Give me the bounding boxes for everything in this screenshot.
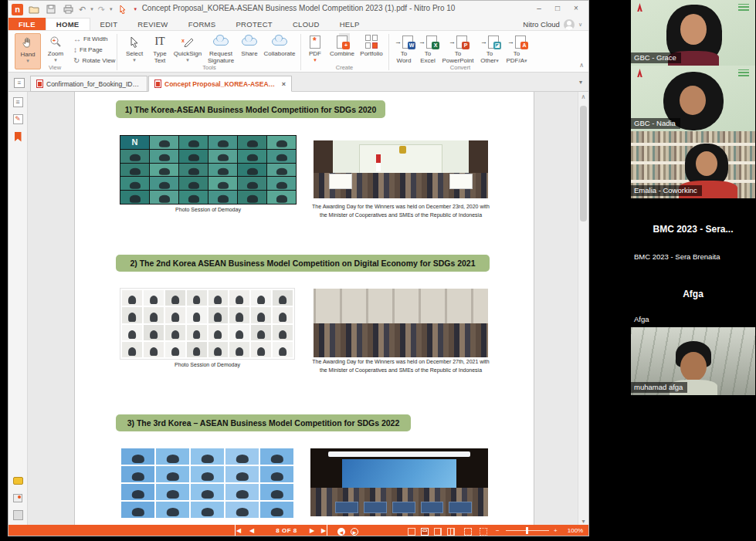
- next-page-button[interactable]: ▶: [310, 525, 314, 536]
- doc-tab-confirmation[interactable]: Confirmation_for_Booking_ID_#_101...: [30, 76, 147, 92]
- undo-dropdown-icon[interactable]: ▾: [90, 6, 93, 12]
- video-tile-muhamad-afga[interactable]: muhamad afga: [631, 327, 755, 395]
- menu-cloud[interactable]: CLOUD: [283, 18, 330, 30]
- menu-edit[interactable]: EDIT: [90, 18, 128, 30]
- video-thumbnail: [273, 290, 293, 306]
- portfolio-button[interactable]: Portfolio: [358, 33, 385, 57]
- to-excel-button[interactable]: → X To Excel: [417, 33, 439, 64]
- share-button[interactable]: Share: [239, 33, 259, 57]
- to-pdfa-button[interactable]: → A To PDF/A▾: [504, 33, 529, 64]
- stage-banner: [328, 451, 470, 458]
- fit-width-button[interactable]: ↔ Fit Width: [73, 34, 108, 44]
- tab-list-dropdown-icon[interactable]: ▾: [579, 79, 582, 86]
- first-page-button[interactable]: ◀: [235, 525, 241, 536]
- attachments-panel-icon[interactable]: [12, 492, 23, 503]
- cloud-collaborate-icon: [272, 33, 287, 50]
- menu-forms[interactable]: FORMS: [178, 18, 226, 30]
- to-word-button[interactable]: → W To Word: [393, 33, 415, 64]
- select-button[interactable]: Select ▾: [122, 33, 147, 63]
- video-tile-sera[interactable]: BMC 2023 - Sera... BMC 2023 - Sera Brena…: [631, 198, 755, 265]
- zoom-slider-thumb[interactable]: [526, 527, 528, 534]
- zoom-tool-button[interactable]: + Zoom ▾: [44, 33, 67, 63]
- type-text-button[interactable]: IT Type Text: [149, 33, 171, 64]
- video-thumbnail: [267, 164, 296, 177]
- maximize-button[interactable]: □: [548, 1, 567, 16]
- sidebar-toggle-icon[interactable]: ≡: [14, 78, 25, 88]
- scrollbar-thumb[interactable]: [580, 106, 587, 221]
- menu-file[interactable]: FILE: [8, 18, 46, 30]
- video-thumbnail: [191, 502, 224, 518]
- business-center-logo-icon: [738, 69, 749, 76]
- view-facing-icon[interactable]: [434, 526, 442, 537]
- undo-icon[interactable]: ↶: [79, 5, 86, 15]
- next-view-button[interactable]: ▶: [351, 526, 358, 537]
- signatures-panel-icon[interactable]: ✎: [12, 113, 23, 124]
- portfolio-pages-icon: [365, 33, 378, 50]
- redo-dropdown-icon[interactable]: ▾: [110, 6, 113, 12]
- qat-customize-icon[interactable]: ▾: [134, 6, 137, 12]
- left-panel-strip: ≡ ✎: [8, 92, 28, 526]
- quicksign-button[interactable]: x QuickSign ▾: [173, 33, 202, 63]
- view-group-label: View: [32, 64, 78, 71]
- to-powerpoint-button[interactable]: → P To PowerPoint: [440, 33, 476, 64]
- nitro-logo-icon[interactable]: n: [12, 4, 23, 15]
- doc-tab-concept-proposal[interactable]: Concept Proposal_KOREA-ASEAN Busi... ×: [148, 76, 292, 92]
- comments-panel-icon[interactable]: [12, 475, 23, 486]
- video-tile-emalia[interactable]: Emalia - Coworkinc: [631, 131, 755, 198]
- zoom-out-button[interactable]: −: [496, 525, 500, 536]
- create-pdf-button[interactable]: * PDF ▾: [305, 33, 325, 63]
- print-icon[interactable]: [62, 3, 74, 15]
- zoom-in-button[interactable]: +: [554, 525, 558, 536]
- video-thumbnail: [273, 325, 293, 340]
- ribbon-collapse-icon[interactable]: ∧: [579, 62, 584, 69]
- garuda-emblem: [399, 146, 406, 154]
- business-center-logo-icon: [738, 4, 749, 11]
- person-face: [680, 14, 707, 45]
- select-tool-icon[interactable]: [117, 3, 129, 15]
- video-thumbnail: [144, 325, 164, 340]
- scroll-down-icon[interactable]: ▾: [578, 518, 588, 525]
- view-single-page-icon[interactable]: [408, 526, 415, 537]
- bookmarks-panel-icon[interactable]: [12, 131, 23, 142]
- collaborate-button[interactable]: Collaborate: [262, 33, 297, 57]
- combine-button[interactable]: + Combine: [328, 33, 356, 57]
- layers-panel-icon[interactable]: [12, 509, 23, 520]
- to-other-button[interactable]: → ◪ To Other▾: [477, 33, 502, 64]
- previous-view-button[interactable]: ◀: [337, 526, 345, 537]
- open-file-icon[interactable]: [28, 3, 40, 15]
- scroll-up-icon[interactable]: ∧: [578, 93, 588, 100]
- person-face: [680, 352, 707, 381]
- pages-panel-icon[interactable]: ≡: [12, 96, 23, 107]
- rotate-view-button[interactable]: ↻ Rotate View: [73, 56, 115, 66]
- redo-icon[interactable]: ↷: [98, 5, 105, 15]
- last-page-button[interactable]: ▶: [321, 525, 327, 536]
- view-continuous-icon[interactable]: [421, 526, 429, 537]
- section-heading-2022: 3) The 3rd Korea – ASEAN Business Model …: [116, 414, 411, 431]
- cloud-share-icon: [242, 33, 257, 50]
- video-thumbnail: [191, 484, 224, 500]
- video-tile-afga[interactable]: Afga Afga: [631, 265, 755, 327]
- nitro-cloud-account[interactable]: Nitro Cloud ∨: [523, 18, 582, 31]
- video-thumbnail: [238, 150, 266, 163]
- video-thumbnail: [238, 191, 266, 204]
- minimize-button[interactable]: –: [530, 1, 548, 16]
- menu-protect[interactable]: PROTECT: [225, 18, 283, 30]
- menu-review[interactable]: REVIEW: [127, 18, 178, 30]
- previous-page-button[interactable]: ◀: [249, 525, 254, 536]
- video-tile-nadia[interactable]: GBC - Nadia: [631, 66, 755, 131]
- menu-home[interactable]: HOME: [46, 18, 90, 30]
- video-tile-grace[interactable]: GBC - Grace: [631, 0, 755, 66]
- podium-board: [364, 502, 387, 514]
- vertical-scrollbar[interactable]: ∧ ▾: [578, 92, 588, 526]
- view-presentation-icon[interactable]: [480, 526, 487, 537]
- zoom-slider[interactable]: [506, 530, 549, 531]
- fit-page-button[interactable]: ↕ Fit Page: [73, 45, 103, 55]
- view-facing-continuous-icon[interactable]: [447, 526, 455, 537]
- view-fullscreen-icon[interactable]: [464, 526, 472, 537]
- close-button[interactable]: ×: [567, 1, 585, 16]
- menu-help[interactable]: HELP: [330, 18, 370, 30]
- request-signature-button[interactable]: Request Signature: [205, 33, 237, 64]
- to-word-label-2: Word: [397, 57, 412, 64]
- tab-close-icon[interactable]: ×: [282, 80, 286, 88]
- save-icon[interactable]: [45, 3, 57, 15]
